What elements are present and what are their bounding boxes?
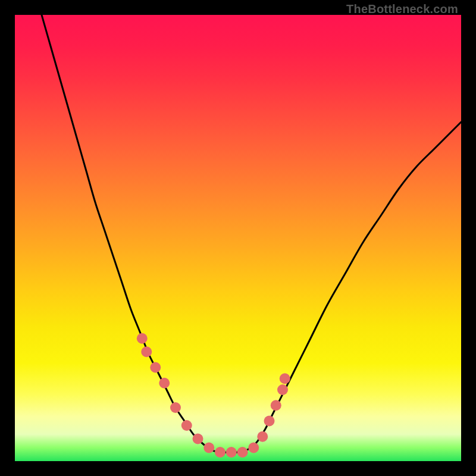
curve-marker <box>277 384 288 395</box>
curve-marker <box>280 373 290 384</box>
curve-marker <box>237 447 248 458</box>
chart-frame: TheBottleneck.com <box>0 0 476 476</box>
curve-marker <box>137 333 148 344</box>
curve-marker <box>193 434 203 444</box>
curve-marker <box>203 443 214 453</box>
curve-marker <box>215 447 226 458</box>
curve-marker <box>271 400 281 411</box>
curve-marker <box>170 402 181 413</box>
bottleneck-curve <box>42 15 461 452</box>
curve-layer <box>15 15 461 461</box>
curve-marker <box>226 447 237 458</box>
curve-marker <box>248 443 259 453</box>
curve-marker <box>181 420 192 431</box>
curve-markers <box>137 333 290 458</box>
curve-marker <box>264 416 275 427</box>
attribution-label: TheBottleneck.com <box>346 2 458 16</box>
curve-marker <box>257 431 268 442</box>
plot-area <box>15 15 461 461</box>
curve-marker <box>159 378 170 389</box>
curve-marker <box>150 362 161 373</box>
curve-marker <box>141 346 152 357</box>
